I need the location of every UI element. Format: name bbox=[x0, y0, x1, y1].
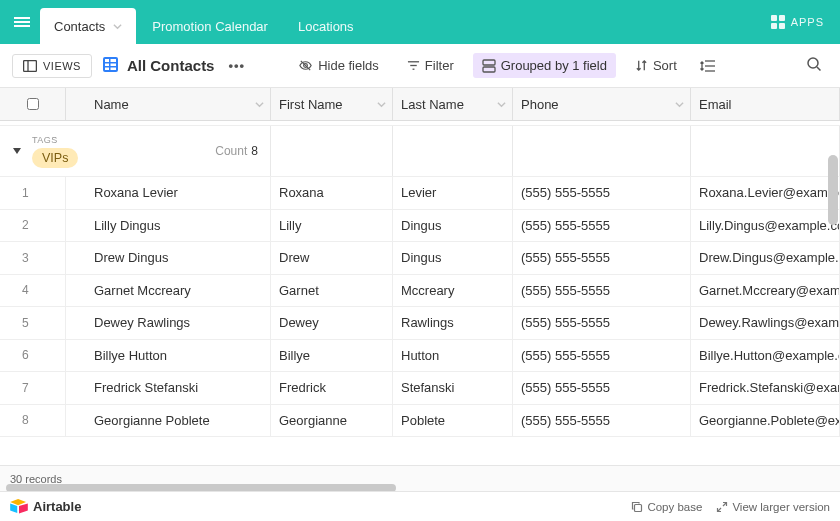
cell-first-name[interactable]: Garnet bbox=[271, 275, 393, 307]
cell-name[interactable]: Drew Dingus bbox=[66, 242, 271, 274]
cell-email[interactable]: Georgianne.Poblete@example.com bbox=[691, 405, 840, 437]
row-number: 4 bbox=[0, 275, 66, 307]
svg-line-27 bbox=[817, 67, 821, 71]
svg-rect-6 bbox=[779, 23, 785, 29]
filter-button[interactable]: Filter bbox=[398, 53, 463, 78]
select-all-cell[interactable] bbox=[0, 88, 66, 120]
cell-name[interactable]: Georgianne Poblete bbox=[66, 405, 271, 437]
select-all-checkbox[interactable] bbox=[27, 98, 39, 110]
column-label: Last Name bbox=[401, 97, 464, 112]
table-row[interactable]: 2Lilly DingusLillyDingus(555) 555-5555Li… bbox=[0, 210, 840, 243]
table-row[interactable]: 1Roxana LevierRoxanaLevier(555) 555-5555… bbox=[0, 177, 840, 210]
group-summary-cell[interactable] bbox=[393, 126, 513, 176]
hide-fields-button[interactable]: Hide fields bbox=[289, 53, 388, 78]
group-summary-cell[interactable] bbox=[271, 126, 393, 176]
table-row[interactable]: 5Dewey RawlingsDeweyRawlings(555) 555-55… bbox=[0, 307, 840, 340]
group-summary-cell[interactable] bbox=[513, 126, 691, 176]
cell-first-name[interactable]: Drew bbox=[271, 242, 393, 274]
cell-phone[interactable]: (555) 555-5555 bbox=[513, 177, 691, 209]
cell-first-name[interactable]: Fredrick bbox=[271, 372, 393, 404]
column-header-email[interactable]: Email bbox=[691, 88, 840, 120]
current-view-button[interactable]: All Contacts bbox=[102, 56, 215, 76]
search-button[interactable] bbox=[800, 50, 828, 81]
tab-locations[interactable]: Locations bbox=[284, 8, 368, 44]
svg-rect-11 bbox=[110, 59, 116, 62]
cell-last-name[interactable]: Poblete bbox=[393, 405, 513, 437]
row-height-button[interactable] bbox=[696, 55, 725, 77]
cell-phone[interactable]: (555) 555-5555 bbox=[513, 275, 691, 307]
group-button[interactable]: Grouped by 1 field bbox=[473, 53, 616, 78]
cell-last-name[interactable]: Rawlings bbox=[393, 307, 513, 339]
cell-name[interactable]: Lilly Dingus bbox=[66, 210, 271, 242]
cell-email[interactable]: Fredrick.Stefanski@example.com bbox=[691, 372, 840, 404]
row-height-icon bbox=[700, 59, 716, 73]
chevron-down-icon bbox=[255, 97, 264, 112]
cell-last-name[interactable]: Hutton bbox=[393, 340, 513, 372]
cell-first-name[interactable]: Billye bbox=[271, 340, 393, 372]
filter-icon bbox=[407, 59, 420, 72]
copy-base-button[interactable]: Copy base bbox=[631, 501, 702, 513]
cell-first-name[interactable]: Roxana bbox=[271, 177, 393, 209]
cell-last-name[interactable]: Stefanski bbox=[393, 372, 513, 404]
group-value-pill: VIPs bbox=[32, 148, 78, 168]
main-menu-button[interactable] bbox=[8, 8, 36, 36]
view-larger-button[interactable]: View larger version bbox=[716, 501, 830, 513]
search-icon bbox=[806, 56, 822, 72]
cell-last-name[interactable]: Dingus bbox=[393, 242, 513, 274]
cell-phone[interactable]: (555) 555-5555 bbox=[513, 210, 691, 242]
svg-rect-13 bbox=[110, 63, 116, 66]
cell-phone[interactable]: (555) 555-5555 bbox=[513, 242, 691, 274]
column-header-name[interactable]: Name bbox=[66, 88, 271, 120]
cell-phone[interactable]: (555) 555-5555 bbox=[513, 340, 691, 372]
table-row[interactable]: 7Fredrick StefanskiFredrickStefanski(555… bbox=[0, 372, 840, 405]
cell-last-name[interactable]: Dingus bbox=[393, 210, 513, 242]
cell-name[interactable]: Garnet Mccreary bbox=[66, 275, 271, 307]
cell-phone[interactable]: (555) 555-5555 bbox=[513, 307, 691, 339]
cell-first-name[interactable]: Dewey bbox=[271, 307, 393, 339]
table-row[interactable]: 8Georgianne PobleteGeorgiannePoblete(555… bbox=[0, 405, 840, 438]
cell-email[interactable]: Dewey.Rawlings@example.com bbox=[691, 307, 840, 339]
ellipsis-icon: ••• bbox=[228, 58, 245, 73]
svg-rect-22 bbox=[483, 67, 495, 72]
column-header-phone[interactable]: Phone bbox=[513, 88, 691, 120]
cell-email[interactable]: Lilly.Dingus@example.com bbox=[691, 210, 840, 242]
cell-email[interactable]: Billye.Hutton@example.com bbox=[691, 340, 840, 372]
group-summary-cell[interactable] bbox=[691, 126, 840, 176]
cell-first-name[interactable]: Georgianne bbox=[271, 405, 393, 437]
tab-promotion-calendar[interactable]: Promotion Calendar bbox=[138, 8, 282, 44]
cell-name[interactable]: Dewey Rawlings bbox=[66, 307, 271, 339]
apps-button[interactable]: APPS bbox=[763, 11, 832, 33]
cell-first-name[interactable]: Lilly bbox=[271, 210, 393, 242]
cell-name[interactable]: Billye Hutton bbox=[66, 340, 271, 372]
cell-last-name[interactable]: Mccreary bbox=[393, 275, 513, 307]
eye-off-icon bbox=[298, 58, 313, 73]
view-more-button[interactable]: ••• bbox=[224, 54, 249, 77]
group-label: Grouped by 1 field bbox=[501, 58, 607, 73]
cell-name[interactable]: Fredrick Stefanski bbox=[66, 372, 271, 404]
svg-rect-0 bbox=[14, 17, 30, 19]
cell-email[interactable]: Garnet.Mccreary@example.com bbox=[691, 275, 840, 307]
views-button[interactable]: VIEWS bbox=[12, 54, 92, 78]
column-header-first-name[interactable]: First Name bbox=[271, 88, 393, 120]
cell-email[interactable]: Drew.Dingus@example.com bbox=[691, 242, 840, 274]
cell-phone[interactable]: (555) 555-5555 bbox=[513, 372, 691, 404]
sort-button[interactable]: Sort bbox=[626, 53, 686, 78]
triangle-down-icon bbox=[12, 146, 22, 156]
tab-contacts[interactable]: Contacts bbox=[40, 8, 136, 44]
svg-point-26 bbox=[808, 58, 818, 68]
expand-icon bbox=[716, 501, 728, 513]
cell-name[interactable]: Roxana Levier bbox=[66, 177, 271, 209]
cell-last-name[interactable]: Levier bbox=[393, 177, 513, 209]
cell-email[interactable]: Roxana.Levier@example.com bbox=[691, 177, 840, 209]
cell-phone[interactable]: (555) 555-5555 bbox=[513, 405, 691, 437]
column-header-last-name[interactable]: Last Name bbox=[393, 88, 513, 120]
table-row[interactable]: 6Billye HuttonBillyeHutton(555) 555-5555… bbox=[0, 340, 840, 373]
filter-label: Filter bbox=[425, 58, 454, 73]
airtable-brand[interactable]: Airtable bbox=[10, 499, 81, 514]
vertical-scrollbar[interactable] bbox=[828, 155, 838, 225]
record-count-label: 30 records bbox=[10, 473, 62, 485]
table-row[interactable]: 3Drew DingusDrewDingus(555) 555-5555Drew… bbox=[0, 242, 840, 275]
table-tabs: Contacts Promotion Calendar Locations bbox=[40, 0, 370, 44]
table-row[interactable]: 4Garnet MccrearyGarnetMccreary(555) 555-… bbox=[0, 275, 840, 308]
group-collapse-toggle[interactable] bbox=[12, 144, 22, 159]
